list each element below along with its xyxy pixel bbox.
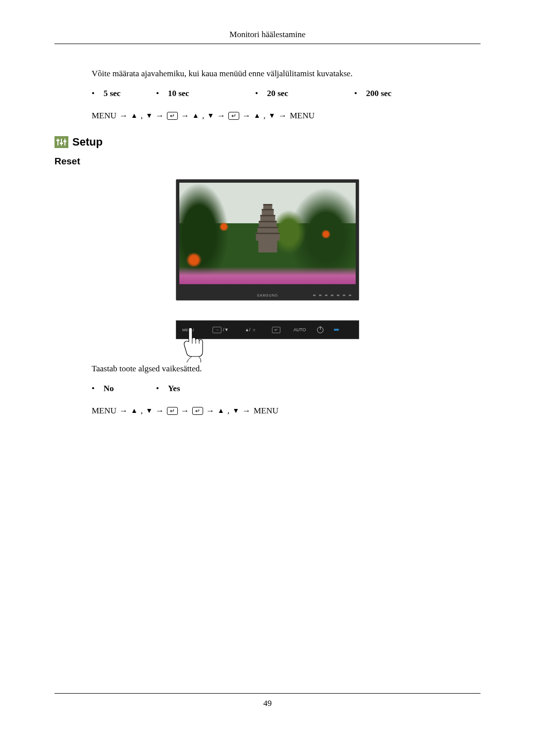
panel-label: /▼ <box>223 327 228 332</box>
brand-logo: SAMSUNG <box>257 294 278 297</box>
reset-options-list: •No •Yes <box>92 384 481 394</box>
hand-pointer-icon <box>182 328 209 364</box>
led-indicator-icon <box>334 329 339 331</box>
seq-arrow: → <box>181 111 189 121</box>
seq-sep: , <box>227 406 229 416</box>
seq-arrow: → <box>156 406 164 416</box>
option-10sec: •10 sec <box>156 89 255 99</box>
enter-icon: ↵ <box>167 407 178 415</box>
reset-description: Taastab toote algsed vaikesätted. <box>92 364 481 374</box>
panel-auto-button[interactable]: AUTO <box>288 327 312 332</box>
monitor-frame: SAMSUNG <box>176 179 359 301</box>
panel-label: ▲/ <box>245 327 250 332</box>
seq-down: ▼ <box>207 112 214 120</box>
seq-menu: MENU <box>290 111 315 121</box>
seq-down: ▼ <box>146 112 153 120</box>
seq-menu: MENU <box>92 406 116 416</box>
seq-up: ▲ <box>131 407 138 415</box>
option-yes: •Yes <box>156 384 255 394</box>
seq-arrow: → <box>206 406 214 416</box>
setup-label: Setup <box>72 136 103 149</box>
enter-icon: ↵ <box>192 407 203 415</box>
setup-heading: Setup <box>54 136 481 149</box>
seq-arrow: → <box>156 111 164 121</box>
pagoda-graphic <box>254 204 281 263</box>
seq-up: ▲ <box>192 112 199 120</box>
svg-rect-1 <box>61 139 62 146</box>
enter-icon: ↵ <box>228 112 239 120</box>
reset-heading: Reset <box>54 156 481 167</box>
option-label: No <box>104 384 114 394</box>
sliders-icon <box>54 136 68 148</box>
seq-arrow: → <box>217 111 225 121</box>
page-header: Monitori häälestamine <box>54 30 481 44</box>
panel-power-button[interactable] <box>312 327 329 333</box>
menu-sequence-1: MENU → ▲ , ▼ → ↵ → ▲ , ▼ → ↵ → ▲ , ▼ → M… <box>92 111 481 121</box>
option-200sec: •200 sec <box>354 89 419 99</box>
panel-enter-button[interactable]: ↵ <box>264 327 288 333</box>
option-label: 200 sec <box>366 89 391 99</box>
seq-arrow: → <box>119 406 128 416</box>
seq-arrow: → <box>181 406 189 416</box>
seq-arrow: → <box>119 111 128 121</box>
seq-arrow: → <box>242 111 251 121</box>
seq-up: ▲ <box>131 112 138 120</box>
seq-sep: , <box>202 111 204 121</box>
seq-up: ▲ <box>254 112 261 120</box>
option-20sec: •20 sec <box>255 89 354 99</box>
seq-sep: , <box>141 111 143 121</box>
svg-rect-5 <box>63 141 66 142</box>
time-options-list: •5 sec •10 sec •20 sec •200 sec <box>92 89 481 99</box>
seq-sep: , <box>264 111 266 121</box>
enter-icon: ↵ <box>272 327 280 333</box>
seq-down: ▼ <box>146 407 153 415</box>
option-no: •No <box>92 384 156 394</box>
source-icon: → <box>213 327 221 333</box>
seq-down: ▼ <box>232 407 239 415</box>
intro-paragraph: Võite määrata ajavahemiku, kui kaua menü… <box>92 69 481 79</box>
power-icon <box>317 327 323 333</box>
panel-led <box>329 329 344 331</box>
option-label: 20 sec <box>267 89 288 99</box>
panel-brightness-button[interactable]: ▲/ ☼ <box>237 327 264 332</box>
option-label: Yes <box>168 384 180 394</box>
option-label: 5 sec <box>104 89 120 99</box>
button-panel-illustration: MENU → /▼ ▲/ ☼ ↵ AUTO <box>54 320 481 339</box>
page-footer: 49 <box>54 693 481 708</box>
monitor-illustration: SAMSUNG <box>54 179 481 301</box>
enter-icon: ↵ <box>167 112 178 120</box>
option-5sec: •5 sec <box>92 89 156 99</box>
svg-rect-4 <box>60 143 63 144</box>
seq-down: ▼ <box>268 112 275 120</box>
seq-arrow: → <box>278 111 287 121</box>
seq-menu: MENU <box>92 111 116 121</box>
seq-arrow: → <box>242 406 251 416</box>
page-number: 49 <box>264 699 272 708</box>
svg-rect-3 <box>56 140 59 141</box>
seq-sep: , <box>141 406 143 416</box>
panel-source-button[interactable]: → /▼ <box>205 327 237 333</box>
monitor-button-row <box>313 295 351 296</box>
seq-menu: MENU <box>254 406 278 416</box>
menu-sequence-2: MENU → ▲ , ▼ → ↵ → ↵ → ▲ , ▼ → MENU <box>92 406 481 416</box>
brightness-icon: ☼ <box>252 327 256 332</box>
seq-up: ▲ <box>217 407 224 415</box>
monitor-screen <box>179 183 356 284</box>
option-label: 10 sec <box>168 89 189 99</box>
